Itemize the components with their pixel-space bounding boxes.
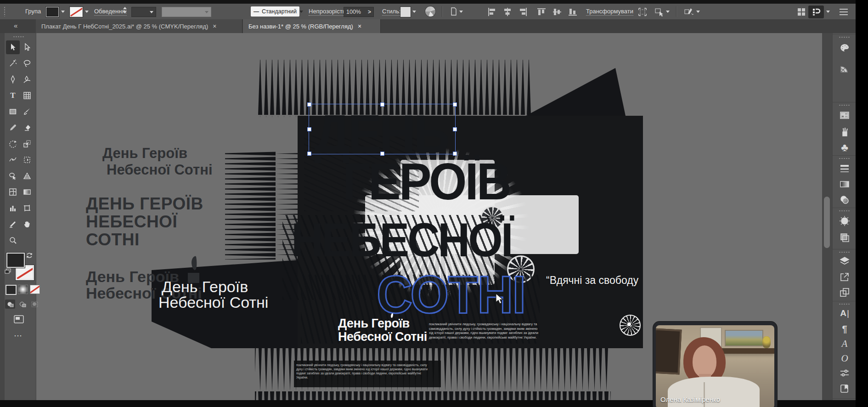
swap-fill-stroke-icon[interactable] <box>26 252 33 259</box>
selection-handle[interactable] <box>307 102 311 107</box>
variable-width-profile-select[interactable] <box>162 7 211 17</box>
tab-document-1[interactable]: Плакат День Г НебСотні_2025.ai* @ 25 % (… <box>36 19 242 33</box>
poster-slogan[interactable]: “Вдячні за свободу <box>546 274 638 287</box>
text-sample-1[interactable]: День Героїв Небесної Сотні <box>102 145 213 178</box>
stroke-panel-button[interactable] <box>839 163 850 174</box>
direct-selection-tool[interactable] <box>20 40 34 54</box>
align-top-button[interactable] <box>536 7 547 17</box>
selection-tool[interactable] <box>6 40 20 54</box>
panel-group-grip[interactable] <box>839 251 851 253</box>
stroke-weight-label[interactable]: Обведення: <box>94 8 127 16</box>
color-panel-button[interactable] <box>839 43 850 54</box>
edit-toolbar-button[interactable]: ⋯ <box>14 331 23 341</box>
paragraph-panel-button[interactable]: ¶ <box>839 323 850 334</box>
brush-definition-select[interactable]: — Стандартний <box>251 6 299 17</box>
curvature-tool[interactable] <box>20 73 34 86</box>
tools-panel-grip[interactable] <box>13 36 25 38</box>
fill-chevron-icon[interactable] <box>61 11 65 13</box>
expand-transform-icon[interactable] <box>637 7 648 17</box>
canvas-scrollbar-thumb[interactable] <box>824 197 830 248</box>
workspace-switcher-button[interactable] <box>808 6 824 18</box>
magic-wand-tool[interactable] <box>6 57 20 70</box>
gradient-mode-button[interactable] <box>18 285 28 294</box>
tab-document-2-active[interactable]: Без назви-1* @ 25 % (RGB/Перегляд) × <box>243 19 381 33</box>
fill-color-swatch[interactable] <box>46 7 59 17</box>
paintbrush-tool[interactable] <box>20 105 34 119</box>
selection-handle[interactable] <box>453 127 457 131</box>
opacity-expander-icon[interactable]: > <box>368 9 371 15</box>
document-setup-chevron-icon[interactable] <box>459 11 463 13</box>
style-label[interactable]: Стиль: <box>382 8 401 16</box>
tab-1-close-icon[interactable]: × <box>213 23 216 29</box>
selection-handle[interactable] <box>307 127 311 131</box>
poster-headline-line2[interactable]: ГЕРОЇВ <box>343 155 510 207</box>
selection-handle[interactable] <box>453 102 457 107</box>
webcam-overlay[interactable]: Олена Казіміренко <box>653 322 777 407</box>
selection-handle[interactable] <box>380 102 384 107</box>
shaper-pencil-tool[interactable] <box>6 121 20 135</box>
toolbar-collapse-button[interactable]: « <box>14 22 17 29</box>
rectangular-grid-tool[interactable] <box>20 89 34 102</box>
recolor-artwork-button[interactable] <box>425 6 435 17</box>
selection-handle[interactable] <box>380 152 384 156</box>
brushes-panel-button[interactable] <box>839 126 850 137</box>
perspective-grid-tool[interactable] <box>20 169 34 183</box>
shape-builder-tool[interactable] <box>6 169 20 183</box>
eraser-tool[interactable] <box>20 121 34 135</box>
poster-body-text[interactable]: покликаний увічнити людську, громадянськ… <box>429 322 539 339</box>
align-right-button[interactable] <box>518 7 528 17</box>
mesh-tool[interactable] <box>6 185 20 199</box>
hand-tool[interactable] <box>20 217 34 231</box>
scale-tool[interactable] <box>20 137 34 151</box>
align-bottom-button[interactable] <box>568 7 578 17</box>
lasso-tool[interactable] <box>20 57 34 70</box>
color-mode-button[interactable] <box>6 285 17 295</box>
appearance-panel-button[interactable] <box>839 215 850 226</box>
gradient-tool[interactable] <box>20 185 34 199</box>
character-panel-button[interactable]: A| <box>839 308 850 319</box>
graphic-styles-panel-button[interactable] <box>839 232 850 243</box>
gradient-panel-button[interactable] <box>839 179 850 190</box>
canvas-body-text-copy[interactable]: покликаний увічнити людську, громадянськ… <box>296 363 430 379</box>
shape-effects-icon[interactable] <box>683 7 693 17</box>
stroke-color-swatch[interactable] <box>70 7 83 17</box>
arrange-documents-button[interactable] <box>797 7 806 17</box>
menu-list-button[interactable] <box>839 8 849 16</box>
export-panel-button[interactable] <box>839 271 850 283</box>
text-sample-4[interactable]: День Героїв Небесної Сотні <box>158 279 268 310</box>
panel-group-grip[interactable] <box>839 303 851 305</box>
align-vcenter-button[interactable] <box>552 7 562 17</box>
panel-group-grip[interactable] <box>839 158 851 159</box>
opacity-value[interactable]: 100% > <box>344 7 374 17</box>
shape-effects-chevron-icon[interactable] <box>696 11 700 13</box>
artboards-panel-button[interactable] <box>839 287 850 298</box>
rectangle-tool[interactable] <box>6 105 20 119</box>
selection-handle[interactable] <box>453 152 457 156</box>
panel-group-grip[interactable] <box>839 210 851 212</box>
adjustments-panel-button[interactable] <box>839 367 850 379</box>
panel-group-grip[interactable] <box>839 104 851 106</box>
width-tool[interactable] <box>6 153 20 167</box>
document-setup-icon[interactable] <box>449 7 458 16</box>
selection-bounding-box[interactable] <box>309 104 456 154</box>
libraries-panel-button[interactable] <box>839 383 850 394</box>
workspace-chevron-icon[interactable] <box>826 11 830 13</box>
tab-2-close-icon[interactable]: × <box>358 23 361 29</box>
isolate-object-icon[interactable] <box>654 7 664 17</box>
opentype-panel-button[interactable]: O <box>839 353 850 364</box>
poster-headline-line3[interactable]: НЕБЕСНОЇ <box>291 216 511 264</box>
zoom-tool[interactable] <box>6 233 20 247</box>
character-styles-panel-button[interactable]: A <box>839 338 850 349</box>
stroke-chevron-icon[interactable] <box>85 11 89 13</box>
pen-tool[interactable] <box>6 73 20 86</box>
draw-normal-mode-button[interactable] <box>5 300 15 309</box>
fill-swatch-indicator[interactable] <box>6 253 25 268</box>
opacity-label[interactable]: Непрозорість: <box>309 8 347 16</box>
align-center-button[interactable] <box>502 7 513 17</box>
text-sample-2[interactable]: ДЕНЬ ГЕРОЇВ НЕБЕСНОЇ СОТНІ <box>86 195 203 249</box>
style-chevron-icon[interactable] <box>412 11 416 13</box>
selection-handle[interactable] <box>307 152 311 156</box>
symbols-panel-button[interactable]: ♣ <box>839 142 850 153</box>
transform-label[interactable]: Трансформувати <box>586 8 633 16</box>
slice-tool[interactable] <box>6 217 20 231</box>
